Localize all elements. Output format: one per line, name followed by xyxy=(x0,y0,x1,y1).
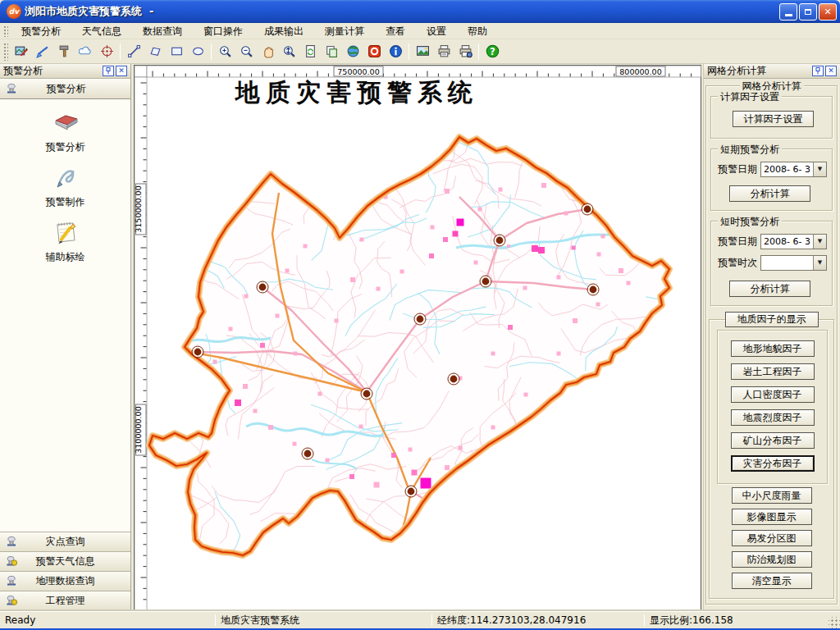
pin-icon[interactable] xyxy=(103,66,114,76)
factor-button-2[interactable]: 人口密度因子 xyxy=(731,386,815,403)
chevron-down-icon[interactable]: ▼ xyxy=(813,235,826,249)
toolbar-separator xyxy=(120,43,121,60)
title-bar[interactable]: dv 浏阳市地质灾害预警系统 - ✕ xyxy=(0,0,840,23)
image-view-icon[interactable] xyxy=(413,42,432,62)
short-time-analyze-button[interactable]: 分析计算 xyxy=(729,281,810,297)
extra-button-4[interactable]: 清空显示 xyxy=(732,573,812,589)
factor-display-group: 地质因子的显示 地形地貌因子岩土工程因子人口密度因子地震烈度因子矿山分布因子灾害… xyxy=(709,319,834,599)
cloud-icon[interactable] xyxy=(75,42,95,62)
stop-icon[interactable] xyxy=(364,42,384,62)
toolbar-grip-handle[interactable] xyxy=(2,42,8,61)
polygon-tool-icon[interactable] xyxy=(145,42,165,62)
factor-button-0[interactable]: 地形地貌因子 xyxy=(731,340,815,357)
toolbar-separator xyxy=(478,43,479,60)
sidebar-bottom-item-0[interactable]: 灾点查询 xyxy=(0,532,130,551)
sidebar-item-label: 预警制作 xyxy=(46,195,85,209)
calc-factor-setting-button[interactable]: 计算因子设置 xyxy=(733,111,814,127)
warning-date-combobox[interactable]: 2008- 6- 3 ▼ xyxy=(760,162,827,177)
right-panel-caption[interactable]: 网格分析计算 ✕ xyxy=(704,64,840,79)
short-term-analyze-button[interactable]: 分析计算 xyxy=(729,185,810,202)
factor-button-3[interactable]: 地震烈度因子 xyxy=(731,409,815,426)
resize-grip[interactable] xyxy=(829,617,840,628)
map-title: 地质灾害预警系统 xyxy=(234,78,478,107)
hammer-icon[interactable] xyxy=(54,42,74,62)
menu-item-5[interactable]: 测量计算 xyxy=(314,24,375,39)
map-canvas[interactable]: 750000.00800000.003150000.003100000.00地质… xyxy=(133,64,702,614)
menu-item-8[interactable]: 帮助 xyxy=(457,24,498,39)
disaster-point-query-icon xyxy=(5,534,18,550)
sidebar-item-2[interactable]: 辅助标绘 xyxy=(0,209,130,264)
factor-button-5[interactable]: 灾害分布因子 xyxy=(731,455,815,472)
svg-text:750000.00: 750000.00 xyxy=(337,67,379,76)
menu-item-2[interactable]: 数据查询 xyxy=(132,24,193,39)
pan-hand-icon[interactable] xyxy=(258,42,277,62)
globe-icon[interactable] xyxy=(343,42,363,62)
minimize-button[interactable] xyxy=(779,3,797,21)
sidebar-bottom-item-label: 地理数据查询 xyxy=(18,574,112,588)
extra-button-0[interactable]: 中小尺度雨量 xyxy=(732,487,812,504)
warning-time-label: 预警时次 xyxy=(718,256,760,270)
sidebar-bottom-item-1[interactable]: 预警天气信息 xyxy=(0,551,130,571)
info-icon[interactable] xyxy=(386,42,405,62)
menu-item-0[interactable]: 预警分析 xyxy=(11,24,71,39)
left-panel-caption[interactable]: 预警分析 ✕ xyxy=(0,64,130,79)
warning-date-label: 预警日期 xyxy=(718,235,760,249)
menu-item-7[interactable]: 设置 xyxy=(416,24,457,39)
close-button[interactable]: ✕ xyxy=(819,3,837,21)
menu-grip-handle[interactable] xyxy=(2,25,8,37)
factor-button-4[interactable]: 矿山分布因子 xyxy=(731,432,815,449)
restore-button[interactable] xyxy=(799,3,817,21)
toolbar-items: ? xyxy=(11,42,503,62)
warning-date-label: 预警日期 xyxy=(718,162,760,176)
sidebar-bottom-item-label: 灾点查询 xyxy=(18,535,112,549)
copy-layers-icon[interactable] xyxy=(322,42,341,62)
grid-analysis-group: 网格分析计算 计算因子设置 计算因子设置 短期预警分析 预警日期 2008- 6… xyxy=(705,85,838,605)
help-icon[interactable]: ? xyxy=(482,42,502,62)
ellipse-tool-icon[interactable] xyxy=(188,42,208,62)
chevron-down-icon[interactable]: ▼ xyxy=(813,256,826,270)
close-icon[interactable]: ✕ xyxy=(825,66,837,76)
print-preview-icon[interactable] xyxy=(455,42,475,62)
menu-item-3[interactable]: 窗口操作 xyxy=(193,24,253,39)
sidebar-item-0[interactable]: 预警分析 xyxy=(0,99,130,154)
factor-button-1[interactable]: 岩土工程因子 xyxy=(731,363,815,380)
zoom-in-icon[interactable] xyxy=(215,42,235,62)
print-icon[interactable] xyxy=(434,42,454,62)
sidebar-bottom-item-label: 预警天气信息 xyxy=(18,555,112,568)
map-document-window: 750000.00800000.003150000.003100000.00地质… xyxy=(133,64,702,611)
geo-factor-display-button[interactable]: 地质因子的显示 xyxy=(725,312,819,327)
map-edit-icon[interactable] xyxy=(11,42,31,62)
extra-button-1[interactable]: 影像图显示 xyxy=(732,509,812,525)
zoom-extent-icon[interactable] xyxy=(279,42,299,62)
line-tool-icon[interactable] xyxy=(124,42,144,62)
status-bar: Ready 地质灾害预警系统 经纬度:114.273103,28.047916 … xyxy=(0,611,840,628)
chevron-down-icon[interactable]: ▼ xyxy=(813,162,826,176)
refresh-view-icon[interactable] xyxy=(300,42,320,62)
menu-item-6[interactable]: 查看 xyxy=(375,24,416,39)
warning-time-combobox[interactable]: ▼ xyxy=(760,255,827,271)
stamp-icon xyxy=(5,81,18,97)
menu-item-1[interactable]: 天气信息 xyxy=(71,24,132,39)
left-panel-group-header[interactable]: 预警分析 xyxy=(0,79,130,99)
rectangle-tool-icon[interactable] xyxy=(167,42,186,62)
center-target-icon[interactable] xyxy=(97,42,116,62)
brush-icon[interactable] xyxy=(33,42,52,62)
sidebar-item-label: 辅助标绘 xyxy=(46,250,85,264)
sidebar-item-1[interactable]: 预警制作 xyxy=(0,154,130,209)
extra-button-3[interactable]: 防治规划图 xyxy=(732,551,812,568)
warning-analysis-book-icon xyxy=(51,107,80,139)
menu-item-4[interactable]: 成果输出 xyxy=(253,24,314,39)
right-panel-title: 网格分析计算 xyxy=(707,64,766,78)
menu-items: 预警分析天气信息数据查询窗口操作成果输出测量计算查看设置帮助 xyxy=(11,24,498,39)
warning-date-combobox[interactable]: 2008- 6- 3 ▼ xyxy=(760,234,827,249)
zoom-out-icon[interactable] xyxy=(236,42,256,62)
svg-text:3150000.00: 3150000.00 xyxy=(134,185,143,232)
pin-icon[interactable] xyxy=(812,66,824,76)
left-dock-panel: 预警分析 ✕ 预警分析 预警分析预警制作辅助标绘 灾点查询预警天气信息地理数据查… xyxy=(0,64,131,611)
sidebar-bottom-item-2[interactable]: 地理数据查询 xyxy=(0,571,130,591)
close-icon[interactable]: ✕ xyxy=(116,66,127,76)
left-panel-items: 预警分析预警制作辅助标绘 xyxy=(0,99,130,532)
menu-bar: 预警分析天气信息数据查询窗口操作成果输出测量计算查看设置帮助 xyxy=(0,23,840,39)
extra-button-2[interactable]: 易发分区图 xyxy=(732,530,812,546)
sidebar-bottom-item-3[interactable]: 工程管理 xyxy=(0,591,130,610)
